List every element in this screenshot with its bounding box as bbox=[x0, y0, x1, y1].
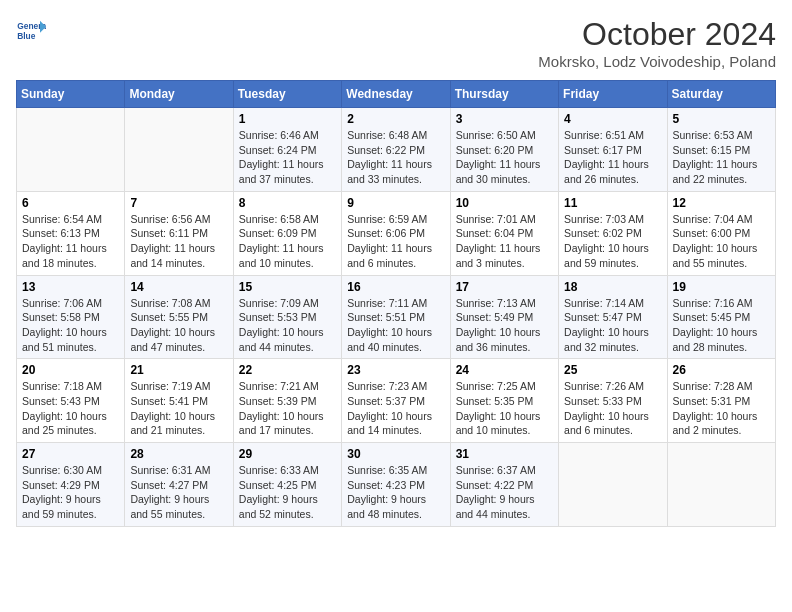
calendar-cell: 27Sunrise: 6:30 AM Sunset: 4:29 PM Dayli… bbox=[17, 443, 125, 527]
calendar-cell bbox=[667, 443, 775, 527]
calendar-row: 27Sunrise: 6:30 AM Sunset: 4:29 PM Dayli… bbox=[17, 443, 776, 527]
day-number: 31 bbox=[456, 447, 553, 461]
calendar-cell: 18Sunrise: 7:14 AM Sunset: 5:47 PM Dayli… bbox=[559, 275, 667, 359]
calendar-cell: 29Sunrise: 6:33 AM Sunset: 4:25 PM Dayli… bbox=[233, 443, 341, 527]
day-number: 7 bbox=[130, 196, 227, 210]
day-detail: Sunrise: 6:56 AM Sunset: 6:11 PM Dayligh… bbox=[130, 212, 227, 271]
calendar-cell bbox=[125, 108, 233, 192]
day-number: 19 bbox=[673, 280, 770, 294]
day-detail: Sunrise: 6:53 AM Sunset: 6:15 PM Dayligh… bbox=[673, 128, 770, 187]
day-number: 11 bbox=[564, 196, 661, 210]
day-number: 6 bbox=[22, 196, 119, 210]
calendar-row: 13Sunrise: 7:06 AM Sunset: 5:58 PM Dayli… bbox=[17, 275, 776, 359]
day-detail: Sunrise: 6:46 AM Sunset: 6:24 PM Dayligh… bbox=[239, 128, 336, 187]
day-detail: Sunrise: 7:26 AM Sunset: 5:33 PM Dayligh… bbox=[564, 379, 661, 438]
day-number: 27 bbox=[22, 447, 119, 461]
page-subtitle: Mokrsko, Lodz Voivodeship, Poland bbox=[538, 53, 776, 70]
calendar-cell: 20Sunrise: 7:18 AM Sunset: 5:43 PM Dayli… bbox=[17, 359, 125, 443]
day-header: Wednesday bbox=[342, 81, 450, 108]
day-detail: Sunrise: 6:35 AM Sunset: 4:23 PM Dayligh… bbox=[347, 463, 444, 522]
calendar-cell: 10Sunrise: 7:01 AM Sunset: 6:04 PM Dayli… bbox=[450, 191, 558, 275]
day-number: 5 bbox=[673, 112, 770, 126]
calendar-cell: 14Sunrise: 7:08 AM Sunset: 5:55 PM Dayli… bbox=[125, 275, 233, 359]
day-detail: Sunrise: 7:14 AM Sunset: 5:47 PM Dayligh… bbox=[564, 296, 661, 355]
day-detail: Sunrise: 7:16 AM Sunset: 5:45 PM Dayligh… bbox=[673, 296, 770, 355]
day-number: 25 bbox=[564, 363, 661, 377]
day-number: 26 bbox=[673, 363, 770, 377]
calendar-row: 1Sunrise: 6:46 AM Sunset: 6:24 PM Daylig… bbox=[17, 108, 776, 192]
day-detail: Sunrise: 7:11 AM Sunset: 5:51 PM Dayligh… bbox=[347, 296, 444, 355]
calendar-cell: 23Sunrise: 7:23 AM Sunset: 5:37 PM Dayli… bbox=[342, 359, 450, 443]
day-number: 15 bbox=[239, 280, 336, 294]
header-row: SundayMondayTuesdayWednesdayThursdayFrid… bbox=[17, 81, 776, 108]
calendar-cell: 31Sunrise: 6:37 AM Sunset: 4:22 PM Dayli… bbox=[450, 443, 558, 527]
day-header: Monday bbox=[125, 81, 233, 108]
day-detail: Sunrise: 7:18 AM Sunset: 5:43 PM Dayligh… bbox=[22, 379, 119, 438]
logo: General Blue bbox=[16, 16, 46, 46]
day-number: 2 bbox=[347, 112, 444, 126]
day-number: 10 bbox=[456, 196, 553, 210]
calendar-cell: 16Sunrise: 7:11 AM Sunset: 5:51 PM Dayli… bbox=[342, 275, 450, 359]
day-detail: Sunrise: 7:06 AM Sunset: 5:58 PM Dayligh… bbox=[22, 296, 119, 355]
day-detail: Sunrise: 7:08 AM Sunset: 5:55 PM Dayligh… bbox=[130, 296, 227, 355]
day-detail: Sunrise: 6:30 AM Sunset: 4:29 PM Dayligh… bbox=[22, 463, 119, 522]
page-header: General Blue October 2024 Mokrsko, Lodz … bbox=[16, 16, 776, 70]
day-detail: Sunrise: 7:19 AM Sunset: 5:41 PM Dayligh… bbox=[130, 379, 227, 438]
calendar-row: 20Sunrise: 7:18 AM Sunset: 5:43 PM Dayli… bbox=[17, 359, 776, 443]
day-detail: Sunrise: 7:03 AM Sunset: 6:02 PM Dayligh… bbox=[564, 212, 661, 271]
svg-text:Blue: Blue bbox=[17, 31, 36, 41]
calendar-cell: 26Sunrise: 7:28 AM Sunset: 5:31 PM Dayli… bbox=[667, 359, 775, 443]
calendar-cell: 12Sunrise: 7:04 AM Sunset: 6:00 PM Dayli… bbox=[667, 191, 775, 275]
day-detail: Sunrise: 6:54 AM Sunset: 6:13 PM Dayligh… bbox=[22, 212, 119, 271]
calendar-cell: 8Sunrise: 6:58 AM Sunset: 6:09 PM Daylig… bbox=[233, 191, 341, 275]
day-detail: Sunrise: 7:01 AM Sunset: 6:04 PM Dayligh… bbox=[456, 212, 553, 271]
calendar-cell: 4Sunrise: 6:51 AM Sunset: 6:17 PM Daylig… bbox=[559, 108, 667, 192]
calendar-cell: 19Sunrise: 7:16 AM Sunset: 5:45 PM Dayli… bbox=[667, 275, 775, 359]
day-number: 1 bbox=[239, 112, 336, 126]
calendar-row: 6Sunrise: 6:54 AM Sunset: 6:13 PM Daylig… bbox=[17, 191, 776, 275]
day-detail: Sunrise: 7:21 AM Sunset: 5:39 PM Dayligh… bbox=[239, 379, 336, 438]
day-number: 12 bbox=[673, 196, 770, 210]
day-header: Tuesday bbox=[233, 81, 341, 108]
day-detail: Sunrise: 6:59 AM Sunset: 6:06 PM Dayligh… bbox=[347, 212, 444, 271]
calendar-cell: 9Sunrise: 6:59 AM Sunset: 6:06 PM Daylig… bbox=[342, 191, 450, 275]
day-number: 8 bbox=[239, 196, 336, 210]
day-number: 30 bbox=[347, 447, 444, 461]
day-header: Thursday bbox=[450, 81, 558, 108]
calendar-cell: 28Sunrise: 6:31 AM Sunset: 4:27 PM Dayli… bbox=[125, 443, 233, 527]
calendar-cell bbox=[559, 443, 667, 527]
day-detail: Sunrise: 7:28 AM Sunset: 5:31 PM Dayligh… bbox=[673, 379, 770, 438]
day-number: 14 bbox=[130, 280, 227, 294]
calendar-cell: 17Sunrise: 7:13 AM Sunset: 5:49 PM Dayli… bbox=[450, 275, 558, 359]
day-detail: Sunrise: 6:48 AM Sunset: 6:22 PM Dayligh… bbox=[347, 128, 444, 187]
calendar-cell: 22Sunrise: 7:21 AM Sunset: 5:39 PM Dayli… bbox=[233, 359, 341, 443]
day-detail: Sunrise: 7:23 AM Sunset: 5:37 PM Dayligh… bbox=[347, 379, 444, 438]
calendar-cell: 5Sunrise: 6:53 AM Sunset: 6:15 PM Daylig… bbox=[667, 108, 775, 192]
day-detail: Sunrise: 6:33 AM Sunset: 4:25 PM Dayligh… bbox=[239, 463, 336, 522]
day-detail: Sunrise: 6:51 AM Sunset: 6:17 PM Dayligh… bbox=[564, 128, 661, 187]
day-number: 4 bbox=[564, 112, 661, 126]
day-number: 16 bbox=[347, 280, 444, 294]
day-number: 3 bbox=[456, 112, 553, 126]
day-header: Friday bbox=[559, 81, 667, 108]
day-detail: Sunrise: 6:31 AM Sunset: 4:27 PM Dayligh… bbox=[130, 463, 227, 522]
day-header: Saturday bbox=[667, 81, 775, 108]
day-number: 21 bbox=[130, 363, 227, 377]
day-detail: Sunrise: 6:50 AM Sunset: 6:20 PM Dayligh… bbox=[456, 128, 553, 187]
day-detail: Sunrise: 7:13 AM Sunset: 5:49 PM Dayligh… bbox=[456, 296, 553, 355]
day-number: 17 bbox=[456, 280, 553, 294]
calendar-table: SundayMondayTuesdayWednesdayThursdayFrid… bbox=[16, 80, 776, 527]
calendar-cell bbox=[17, 108, 125, 192]
day-number: 29 bbox=[239, 447, 336, 461]
page-title: October 2024 bbox=[538, 16, 776, 53]
day-header: Sunday bbox=[17, 81, 125, 108]
day-detail: Sunrise: 6:58 AM Sunset: 6:09 PM Dayligh… bbox=[239, 212, 336, 271]
day-detail: Sunrise: 7:09 AM Sunset: 5:53 PM Dayligh… bbox=[239, 296, 336, 355]
calendar-cell: 13Sunrise: 7:06 AM Sunset: 5:58 PM Dayli… bbox=[17, 275, 125, 359]
calendar-cell: 1Sunrise: 6:46 AM Sunset: 6:24 PM Daylig… bbox=[233, 108, 341, 192]
day-number: 20 bbox=[22, 363, 119, 377]
calendar-cell: 2Sunrise: 6:48 AM Sunset: 6:22 PM Daylig… bbox=[342, 108, 450, 192]
calendar-cell: 25Sunrise: 7:26 AM Sunset: 5:33 PM Dayli… bbox=[559, 359, 667, 443]
day-number: 13 bbox=[22, 280, 119, 294]
calendar-cell: 15Sunrise: 7:09 AM Sunset: 5:53 PM Dayli… bbox=[233, 275, 341, 359]
